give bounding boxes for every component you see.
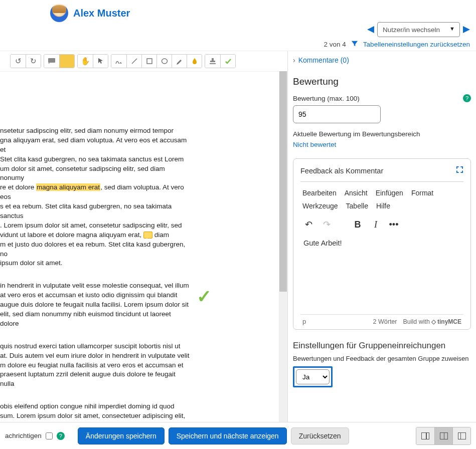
scrollbar[interactable]: [279, 71, 287, 426]
more-icon[interactable]: •••: [389, 219, 399, 230]
editor-menu-table[interactable]: Tabelle: [346, 202, 368, 210]
paragraph: nsetetur sadipscing elitr, sed diam nonu…: [0, 126, 191, 268]
tinymce-brand[interactable]: Build with ◇tinyMCE: [403, 318, 462, 325]
notify-label: achrichtigen: [5, 432, 42, 439]
bold-icon[interactable]: B: [353, 219, 363, 230]
grade-input[interactable]: [293, 105, 381, 123]
grading-pane: › Kommentare (0) Bewertung Bewertung (ma…: [287, 51, 476, 426]
document-viewport[interactable]: nsetetur sadipscing elitr, sed diam nonu…: [0, 71, 287, 426]
svg-rect-0: [48, 58, 55, 63]
feedback-editor: Feedback als Kommentar Bearbeiten Ansich…: [293, 158, 471, 330]
comment-color-button[interactable]: [59, 55, 74, 68]
redo-icon[interactable]: ↷: [322, 219, 332, 230]
annotator-toolbar: ↺ ↻ ✋: [0, 51, 287, 72]
stamp-check-button[interactable]: [220, 55, 235, 68]
help-icon[interactable]: ?: [463, 94, 471, 102]
help-icon[interactable]: ?: [57, 432, 65, 440]
comment-annotation-icon[interactable]: [143, 232, 152, 239]
select-tool-button[interactable]: [93, 55, 108, 68]
rotate-ccw-button[interactable]: ↺: [11, 55, 26, 68]
next-user-button[interactable]: [463, 26, 470, 33]
fullscreen-icon[interactable]: [456, 166, 463, 175]
annotator-pane: ↺ ↻ ✋: [0, 51, 287, 426]
rect-tool-button[interactable]: [141, 55, 156, 68]
prev-user-button[interactable]: [367, 26, 374, 33]
undo-icon[interactable]: ↶: [303, 219, 313, 230]
feedback-title: Feedback als Kommentar: [300, 167, 383, 175]
annotation-color-button[interactable]: [187, 55, 202, 68]
italic-icon[interactable]: I: [371, 219, 381, 230]
save-and-next-button[interactable]: Speichern und nächste anzeigen: [169, 427, 287, 444]
save-button[interactable]: Änderungen speichern: [78, 427, 165, 444]
grading-heading: Bewertung: [293, 76, 471, 87]
switch-user-select[interactable]: Nutzer/in wechseln: [377, 22, 460, 37]
pen-tool-button[interactable]: [111, 55, 126, 68]
layout-toggle: [416, 427, 471, 445]
layout-doc-only-button[interactable]: [416, 427, 434, 444]
editor-menu-help[interactable]: Hilfe: [376, 202, 390, 210]
grade-field-label: Bewertung (max. 100): [293, 95, 360, 102]
filter-icon[interactable]: [351, 40, 358, 49]
notify-checkbox[interactable]: [46, 432, 53, 439]
avatar: [50, 4, 68, 22]
wordcount: 2 Wörter: [373, 318, 397, 325]
footer-bar: achrichtigen ? Änderungen speichern Spei…: [0, 422, 476, 449]
comment-tool-button[interactable]: [44, 55, 59, 68]
editor-menu-insert[interactable]: Einfügen: [376, 189, 403, 197]
highlight-tool-button[interactable]: [172, 55, 187, 68]
editor-menu-tools[interactable]: Werkzeuge: [302, 202, 338, 210]
svg-line-1: [132, 59, 137, 64]
editor-path-icon[interactable]: p: [302, 318, 306, 325]
oval-tool-button[interactable]: [156, 55, 172, 68]
reset-table-settings-link[interactable]: Tabelleneinstellungen zurücksetzen: [363, 41, 470, 48]
paragraph: quis nostrud exerci tation ullamcorper s…: [0, 342, 191, 389]
current-grade-label: Aktuelle Bewertung im Bewertungsbereich: [293, 130, 471, 138]
position-indicator: 2 von 4: [324, 41, 346, 48]
editor-menu-edit[interactable]: Bearbeiten: [302, 189, 337, 197]
reset-button[interactable]: Zurücksetzen: [291, 427, 349, 444]
check-stamp-annotation[interactable]: ✓: [197, 284, 212, 309]
layout-grade-only-button[interactable]: [452, 427, 470, 444]
drag-tool-button[interactable]: ✋: [78, 55, 93, 68]
current-grade-link[interactable]: Nicht bewertet: [293, 141, 471, 148]
line-tool-button[interactable]: [126, 55, 141, 68]
svg-rect-2: [147, 59, 152, 64]
highlight-annotation[interactable]: magna aliquyam erat: [36, 183, 100, 191]
editor-menu-view[interactable]: Ansicht: [345, 189, 368, 197]
svg-point-3: [162, 59, 167, 64]
comments-collapse-toggle[interactable]: › Kommentare (0): [293, 54, 471, 76]
student-name-link[interactable]: Alex Muster: [73, 4, 130, 22]
chevron-right-icon: ›: [293, 56, 295, 64]
rotate-cw-button[interactable]: ↻: [26, 55, 41, 68]
stamp-tool-button[interactable]: [205, 55, 220, 68]
group-settings-label: Bewertungen und Feedback der gesamten Gr…: [293, 355, 471, 362]
editor-body[interactable]: Gute Arbeit!: [300, 234, 463, 314]
paragraph: in hendrerit in vulputate velit esse mol…: [0, 281, 191, 328]
group-settings-heading: Einstellungen für Gruppeneinreichungen: [293, 341, 471, 351]
editor-menu-format[interactable]: Format: [411, 189, 433, 197]
apply-to-group-select[interactable]: Ja: [296, 369, 330, 384]
layout-split-button[interactable]: [434, 427, 452, 444]
